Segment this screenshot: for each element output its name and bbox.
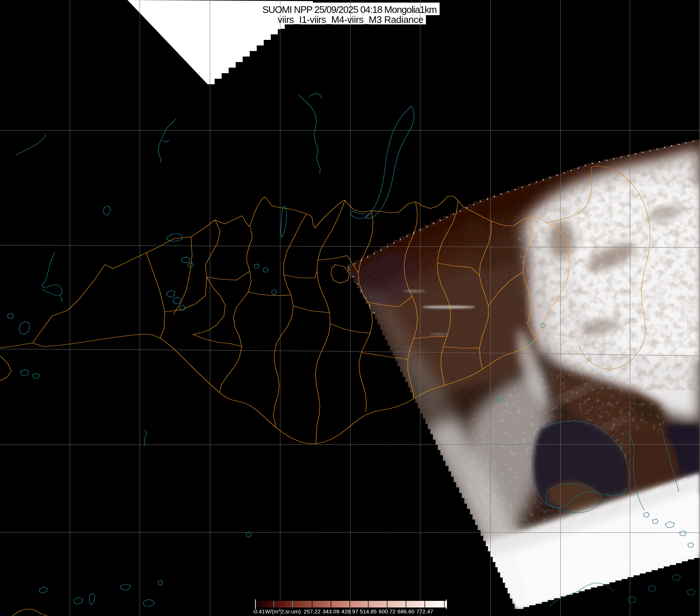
svg-text:600.72: 600.72 bbox=[379, 608, 396, 615]
svg-text:257.22: 257.22 bbox=[304, 608, 321, 615]
svg-text:514.85: 514.85 bbox=[360, 608, 377, 615]
svg-text:viirs_I1-viirs_M4-viirs_M3 Rad: viirs_I1-viirs_M4-viirs_M3 Radiance bbox=[278, 14, 424, 25]
svg-text:772.47: 772.47 bbox=[416, 608, 433, 615]
svg-text:686.60: 686.60 bbox=[397, 608, 414, 615]
svg-text:SUOMI NPP 25/09/2025 04:18 Mon: SUOMI NPP 25/09/2025 04:18 Mongolia1km bbox=[262, 4, 436, 15]
svg-text:428.97: 428.97 bbox=[341, 608, 358, 615]
svg-text:-0.41W/(m^2.sr.um): -0.41W/(m^2.sr.um) bbox=[252, 608, 301, 615]
svg-text:343.09: 343.09 bbox=[322, 608, 339, 615]
